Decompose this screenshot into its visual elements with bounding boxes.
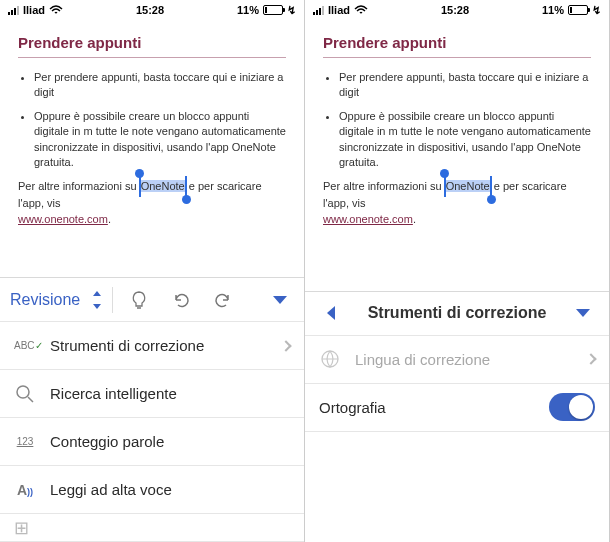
charge-icon: ↯ <box>592 4 601 17</box>
spellcheck-icon: ABC✓ <box>14 340 36 351</box>
expand-icon[interactable] <box>262 282 298 318</box>
battery-pct: 11% <box>237 4 259 16</box>
row-more[interactable]: ⊞ <box>0 514 304 542</box>
expand-icon[interactable] <box>565 295 601 331</box>
proofing-menu: Lingua di correzione Ortografia <box>305 335 609 432</box>
svg-point-0 <box>17 386 29 398</box>
search-icon <box>14 383 36 405</box>
readaloud-icon: A)) <box>14 482 36 498</box>
spelling-toggle[interactable] <box>549 393 595 421</box>
wordcount-icon: 123 <box>14 436 36 447</box>
ribbon-tab-bar: Revisione <box>0 277 304 321</box>
battery-icon <box>568 5 588 15</box>
insert-icon: ⊞ <box>14 517 29 539</box>
chevron-right-icon <box>585 354 596 365</box>
review-menu: ABC✓ Strumenti di correzione Ricerca int… <box>0 321 304 542</box>
onenote-link[interactable]: www.onenote.com <box>323 213 413 225</box>
row-proofing[interactable]: ABC✓ Strumenti di correzione <box>0 322 304 370</box>
doc-heading: Prendere appunti <box>18 34 286 58</box>
clock: 15:28 <box>136 4 164 16</box>
document-area[interactable]: Prendere appunti Per prendere appunti, b… <box>305 20 609 236</box>
status-bar: Iliad 15:28 11% ↯ <box>0 0 304 20</box>
text-selection[interactable]: OneNote <box>445 178 491 195</box>
wifi-icon <box>354 5 368 15</box>
row-proofing-language: Lingua di correzione <box>305 336 609 384</box>
lightbulb-icon[interactable] <box>121 282 157 318</box>
row-read-aloud[interactable]: A)) Leggi ad alta voce <box>0 466 304 514</box>
bullet-item: Oppure è possibile creare un blocco appu… <box>34 109 286 171</box>
chevron-right-icon <box>280 340 291 351</box>
bullet-item: Per prendere appunti, basta toccare qui … <box>34 70 286 101</box>
signal-icon <box>313 6 324 15</box>
onenote-link[interactable]: www.onenote.com <box>18 213 108 225</box>
globe-icon <box>319 348 341 370</box>
undo-icon[interactable] <box>163 282 199 318</box>
redo-icon[interactable] <box>205 282 241 318</box>
carrier: Iliad <box>23 4 45 16</box>
row-spelling[interactable]: Ortografia <box>305 384 609 432</box>
wifi-icon <box>49 5 63 15</box>
updown-icon[interactable] <box>90 291 104 309</box>
info-paragraph: Per altre informazioni su OneNote e per … <box>18 178 286 228</box>
document-area[interactable]: Prendere appunti Per prendere appunti, b… <box>0 20 304 236</box>
row-word-count[interactable]: 123 Conteggio parole <box>0 418 304 466</box>
status-bar: Iliad 15:28 11% ↯ <box>305 0 609 20</box>
submenu-header: Strumenti di correzione <box>305 291 609 335</box>
tab-review[interactable]: Revisione <box>10 291 80 309</box>
signal-icon <box>8 6 19 15</box>
back-button[interactable] <box>313 295 349 331</box>
submenu-title: Strumenti di correzione <box>357 304 557 322</box>
charge-icon: ↯ <box>287 4 296 17</box>
battery-icon <box>263 5 283 15</box>
row-smart-lookup[interactable]: Ricerca intelligente <box>0 370 304 418</box>
text-selection[interactable]: OneNote <box>140 178 186 195</box>
